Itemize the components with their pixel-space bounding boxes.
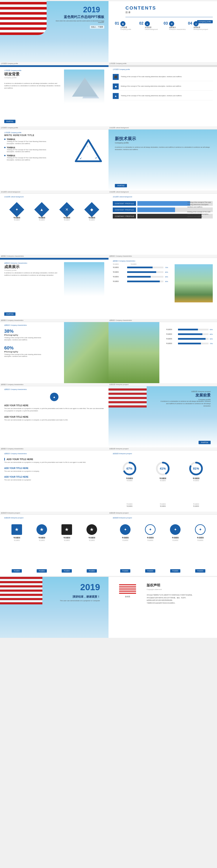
- prog-r-3: 专业级别 90%: [166, 338, 213, 340]
- tech-title: 新技术展示: [115, 136, 136, 142]
- slide-copyright: 版权图 版权声明 Copyright statement 本作品由千图网用户分享…: [108, 577, 217, 638]
- prog-r-4: 专业级别 75%: [166, 342, 213, 345]
- icon-item-18-3: ✦ 专业级别 专业级别: [166, 524, 185, 541]
- icon-sub-17-2: 专业级别: [32, 539, 51, 541]
- slide-3-container: 公司背景 Company profile 公司背景 Company profil…: [0, 62, 108, 126]
- part-badge-9: PART03: [4, 312, 16, 316]
- write-item-1: 写标题此处 Thinking Of The Concept Of The Cod…: [4, 138, 51, 145]
- prog-r-pct-3: 90%: [210, 338, 213, 340]
- prog-row-4: 专业级别 90%: [113, 280, 170, 282]
- icon-label-18-1: 专业级别: [116, 536, 135, 539]
- list-text-3: Thinking of the concept of The code mean…: [121, 95, 213, 97]
- pct-label-1: Photography: [4, 334, 46, 336]
- icon-item-17-1: ★ 专业级别 专业级别: [7, 524, 26, 541]
- diamond-2: ▲: [34, 202, 50, 217]
- slide-6-container: 文化背景 cultural background 新技术展示 Company p…: [108, 126, 217, 190]
- slide-6-label: 文化背景 cultural background: [108, 126, 217, 129]
- icon-item-1: ✦ 专业级别 专业级别: [11, 204, 22, 221]
- action-btn-18-4[interactable]: 毕业级别: [195, 569, 205, 572]
- slide-prog-photo2: 成果展示 Company characteristics 专业级别 65% 专业…: [108, 322, 217, 383]
- diamond-icon-4: ◆: [90, 207, 93, 212]
- icon-shape-18-1: ✦: [120, 524, 130, 535]
- icon-sub-18-2: 专业级别: [141, 539, 160, 541]
- slide-7-container: 文化背景 cultural background 文化背景 cultural b…: [0, 190, 108, 255]
- action-btn-17-1[interactable]: 毕业级别: [12, 569, 22, 572]
- circle-sub-1: 专业级别: [122, 479, 137, 482]
- icon-char-18-3: ✦: [174, 527, 177, 532]
- icon-sub-4: 专业级别: [87, 219, 97, 221]
- icon-item-2: ▲ 专业级别 专业级别: [36, 204, 47, 221]
- prog-bar-wrap-4: [127, 281, 163, 282]
- icon-item-18-2: ✦ 专业级别 专业级别: [141, 524, 160, 541]
- diamond-icon-2: ▲: [40, 207, 44, 212]
- icon-label-17-4: 专业级别: [82, 536, 101, 539]
- action-btn-18-3[interactable]: 毕业级别: [170, 569, 180, 572]
- donut-text-2: 41%: [160, 467, 166, 470]
- slide-9-container: 成果展示 Enterprise characteristics 成果展示 Ent…: [0, 255, 108, 319]
- image-10: [175, 264, 213, 302]
- copyright-title: 版权声明: [147, 583, 160, 588]
- subtitle-9: Company profile: [4, 269, 27, 271]
- btn-row-17: 毕业级别 毕业级别 毕业级别 毕业级别: [4, 569, 104, 572]
- cover-author: 投稿人：千图网: [90, 25, 104, 29]
- donut-3: 81%: [189, 461, 204, 476]
- pct-num-2: 60%: [4, 345, 46, 351]
- action-btn-17-4[interactable]: 毕业级别: [87, 569, 97, 572]
- slide-13-container: 成果展示 Company characteristics 成果展示 Compan…: [0, 383, 108, 447]
- action-btn-17-2[interactable]: 毕业级别: [37, 569, 47, 572]
- bot-label-2: 毕业级别 专业级别: [160, 503, 166, 507]
- diamond-4: ◆: [84, 202, 99, 217]
- icon-label-18-2: 专业级别: [141, 536, 160, 539]
- prog-r-pct-1: 65%: [210, 329, 213, 330]
- pct-item-2: 60% Photography Thinking of the concept …: [4, 345, 46, 358]
- icon-item-18-1: ✦ 专业级别 专业级别: [116, 524, 135, 541]
- write-title: WRITE HEREYOUR TITLE: [4, 134, 51, 136]
- circles-row-16: 67% 专业级别 专业级别 41% 专业级别 专业级别: [113, 461, 213, 482]
- item-text-2: 文化背景: [145, 26, 158, 29]
- action-btn-18-2[interactable]: 毕业级别: [145, 569, 155, 572]
- item-icon-1: ◆: [120, 21, 125, 26]
- item-sub-4: development prospect: [193, 29, 208, 30]
- slide-15-container: 成果展示 Company characteristics 成果展示 Compan…: [0, 447, 108, 512]
- progress-items-10: 专业级别 70% 专业级别 80% 专业级别: [113, 267, 170, 282]
- slide-end: 2019 演讲结束，谢谢观赏！ The user can demonstrate…: [0, 577, 108, 638]
- icon-shape-17-3: ★: [61, 524, 72, 535]
- section-label-16: 发展前景 Enterprise prospect: [113, 453, 132, 455]
- prog-row-3: 专业级别 65%: [113, 276, 170, 278]
- donut-2: 41%: [155, 461, 170, 476]
- slide-12-label: 成果展示 Company characteristics: [108, 319, 217, 322]
- prog-r-fill-3: [178, 338, 206, 340]
- bot-sub-text-3: 专业级别: [193, 505, 199, 507]
- item-info-1: ◆ 公司背景 Company profile: [120, 21, 131, 30]
- chairs-scene: [175, 264, 213, 302]
- star-icon-17-3: ★: [65, 527, 69, 532]
- item-sub-2: cultural background: [145, 29, 158, 30]
- prog-bar-wrap-1: [127, 267, 163, 268]
- section-label-11: 成果展示 Company characteristics: [4, 324, 27, 327]
- slide-20-container: 版权图 版权声明 Copyright statement 本作品由千图网用户分享…: [108, 576, 217, 638]
- prog-row-1: 专业级别 70%: [113, 267, 170, 269]
- slide-4-container: 公司背景 Company profile 公司背景 Company profil…: [108, 62, 217, 126]
- prog-bar-fill-4: [127, 281, 160, 282]
- add-title-text-2: ADD YOUR TITLE HERE: [4, 416, 104, 418]
- slide-prog-photo: 成果展示 Company characteristics 38% Photogr…: [0, 322, 108, 383]
- contents-item-3: 03 ★ 成果展示 Enterprise characteristics: [164, 21, 186, 30]
- action-btn-18-1[interactable]: 毕业级别: [120, 569, 130, 572]
- icon-sub-17-3: 专业级别: [57, 539, 76, 541]
- add-big-1: AdD Your TiTLe Here The user can demonst…: [4, 458, 104, 464]
- list-row-2: ◆ thinking of the concept of The code me…: [113, 82, 213, 91]
- slide-17-label: 发展前景 Enterprise prospect: [0, 512, 108, 515]
- part-badge: Company profile: [197, 20, 213, 23]
- prog-bar-fill-2: [127, 271, 156, 273]
- action-btn-17-3[interactable]: 毕业级别: [62, 569, 72, 572]
- main-title-9: 成果展示: [4, 264, 27, 269]
- contents-item-1: 01 ◆ 公司背景 Company profile: [115, 21, 131, 30]
- add-title-items: ADD YOUR TITLE HERE The user can demonst…: [4, 404, 104, 425]
- list-icon-1: ⬛: [113, 74, 119, 80]
- add-big-desc-3: The user can demonstrate on a projector: [4, 479, 104, 481]
- slide-7-label: 文化背景 cultural background: [0, 190, 108, 194]
- bot-sub-text-1: 专业级别: [126, 505, 132, 507]
- bot-label-text-1: 毕业级别: [126, 503, 132, 505]
- slide-company-items: 公司背景 Company profile ⬛ Thinking of the c…: [108, 65, 217, 126]
- bar-label-text-2: CONTENT PROFILE: [115, 209, 134, 211]
